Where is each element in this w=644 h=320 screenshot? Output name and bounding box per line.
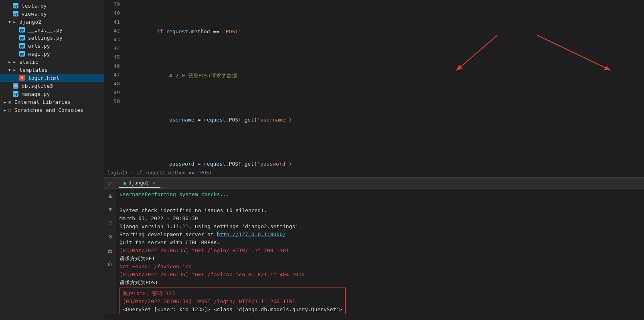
chevron-right-icon: ▸ [6, 59, 13, 65]
folder-icon: ▸ [13, 59, 16, 65]
code-line-42: password = request.POST.get('password') [132, 160, 644, 168]
terminal-line-4: Django version 1.11.11, using settings '… [119, 223, 641, 231]
sidebar-item-icon: ⊞ [8, 99, 11, 105]
bottom-panel: in: ▣ django2 × ▲ ▼ ≡ ⚙ 🖨 🗑 [104, 177, 644, 314]
code-line-40: # 2.0 获取POST请求的数据 [132, 71, 644, 80]
sidebar-item-label: views.py [22, 11, 47, 17]
delete-icon[interactable]: 🗑 [105, 259, 115, 268]
sidebar-item-label: wsgi.py [28, 51, 50, 57]
scroll-down-icon[interactable]: ▼ [105, 204, 115, 214]
terminal-line-3: March 03, 2022 - 20:06:30 [119, 215, 641, 223]
sidebar-item-urls-py[interactable]: py urls.py [0, 42, 104, 50]
chevron-icon [6, 2, 13, 9]
terminal-line-10: [03/Mar/2022 20:06:36] "GET /favicon.ico… [119, 271, 641, 279]
chevron-right-icon: ▸ [2, 99, 8, 105]
server-link[interactable]: http://127.0.0.1:8000/ [217, 231, 286, 237]
sidebar-item-label: static [19, 59, 38, 65]
sidebar-item-label: manage.py [22, 91, 50, 97]
code-panel: 39 40 41 42 43 44 45 46 47 48 49 50 if r… [104, 0, 644, 168]
sidebar-item-manage-py[interactable]: py manage.py [0, 90, 104, 98]
terminal-output: usernamePerforming system checks... Syst… [116, 189, 644, 314]
py-file-icon: py [19, 35, 25, 41]
db-file-icon: db [13, 83, 18, 89]
chevron-icon [6, 10, 13, 17]
sidebar-item-label: login.html [28, 75, 59, 81]
chevron-icon [13, 51, 19, 57]
folder-icon: ▸ [13, 67, 16, 73]
chevron-icon [6, 91, 13, 97]
line-numbers: 39 40 41 42 43 44 45 46 47 48 49 50 [104, 0, 125, 168]
sidebar-item-views-py[interactable]: py views.py [0, 10, 104, 18]
run-label: in: [107, 180, 115, 186]
code-line-39: if request.method == 'POST': [132, 27, 644, 36]
settings-icon[interactable]: ⚙ [105, 231, 115, 241]
sidebar-item-label: db.sqlite3 [22, 83, 53, 89]
terminal-line-8: 请求方式为GET [119, 255, 641, 263]
terminal-line-7: [03/Mar/2022 20:06:35] "GET /login/ HTTP… [119, 247, 641, 255]
sidebar-item-label: templates [19, 67, 47, 73]
code-line-41: username = request.POST.get('username') [132, 115, 644, 124]
terminal-line-5: Starting development server at http://12… [119, 231, 641, 239]
terminal-line-11: 请求方式为POST [119, 279, 641, 287]
terminal-line-2: System check identified no issues (0 sil… [119, 207, 641, 215]
terminal-line-9: Not Found: /favicon.ico [119, 263, 641, 271]
tab-close-button[interactable]: × [153, 180, 156, 186]
py-file-icon: py [19, 27, 25, 32]
chevron-icon [13, 75, 19, 81]
django-icon: ▣ [124, 180, 126, 186]
breadcrumb: login() › if request.method == 'POST' [104, 168, 644, 177]
bottom-tabs-bar: in: ▣ django2 × [104, 178, 644, 189]
terminal-line-6: Quit the server with CTRL-BREAK. [119, 239, 641, 247]
sidebar-item-tests-py[interactable]: py tests.py [0, 2, 104, 10]
chevron-right-icon: ▸ [2, 107, 8, 113]
sidebar-item-label: tests.py [22, 3, 47, 9]
file-explorer: py tests.py py views.py ▾ ▸ django2 py _… [0, 0, 104, 320]
scroll-up-icon[interactable]: ▲ [105, 190, 115, 200]
terminal-highlight-box: 账户:kid, 密码:123 [03/Mar/2022 20:06:39] "P… [119, 288, 346, 314]
tab-label: django2 [129, 180, 149, 186]
py-file-icon: py [19, 43, 25, 49]
terminal-boxed-line-2: [03/Mar/2022 20:06:39] "POST /login/ HTT… [123, 298, 342, 306]
terminal-line-blank1 [119, 198, 641, 207]
terminal-boxed-line-3: <QuerySet [<User: kid 123>]> <class 'dja… [123, 306, 342, 314]
py-file-icon: py [19, 51, 25, 57]
sidebar-item-label: External Libraries [14, 99, 71, 105]
chevron-icon [13, 43, 19, 49]
chevron-down-icon: ▾ [6, 67, 13, 73]
chevron-icon [6, 83, 13, 89]
terminal-boxed-line-1: 账户:kid, 密码:123 [123, 290, 342, 298]
chevron-icon [13, 34, 19, 41]
sidebar-item-settings-py[interactable]: py settings.py [0, 34, 104, 42]
sidebar-item-login-html[interactable]: H login.html [0, 74, 104, 82]
sidebar-item-label: urls.py [28, 43, 50, 49]
sidebar-item-wsgi-py[interactable]: py wsgi.py [0, 50, 104, 58]
py-file-icon: py [13, 3, 18, 8]
html-file-icon: H [19, 75, 25, 81]
sidebar-item-init-py[interactable]: py __init__.py [0, 26, 104, 34]
wrap-icon[interactable]: ≡ [105, 218, 115, 227]
sidebar-item-db-sqlite3[interactable]: db db.sqlite3 [0, 82, 104, 90]
print-icon[interactable]: 🖨 [105, 245, 115, 255]
sidebar-item-static-folder[interactable]: ▸ ▸ static [0, 58, 104, 66]
sidebar-item-templates-folder[interactable]: ▾ ▸ templates [0, 66, 104, 74]
py-file-icon: py [13, 11, 18, 16]
sidebar-item-django2-folder[interactable]: ▾ ▸ django2 [0, 18, 104, 26]
sidebar-item-external-libraries[interactable]: ▸ ⊞ External Libraries [0, 98, 104, 106]
editor-area: 39 40 41 42 43 44 45 46 47 48 49 50 if r… [104, 0, 644, 320]
chevron-icon [13, 26, 19, 33]
terminal-gutter: ▲ ▼ ≡ ⚙ 🖨 🗑 [104, 189, 116, 314]
sidebar-item-label: django2 [19, 19, 41, 25]
breadcrumb-text: login() › if request.method == 'POST' [107, 170, 215, 176]
sidebar-item-label: settings.py [28, 35, 63, 41]
folder-icon: ▸ [13, 18, 16, 25]
code-content: if request.method == 'POST': # 2.0 获取POS… [125, 0, 644, 168]
chevron-down-icon: ▾ [6, 18, 13, 25]
terminal-line-1: usernamePerforming system checks... [119, 190, 641, 198]
terminal-tab-django2[interactable]: ▣ django2 × [119, 178, 160, 188]
sidebar-item-label: Scratches and Consoles [14, 107, 83, 113]
sidebar-item-scratches[interactable]: ▸ ◎ Scratches and Consoles [0, 106, 104, 114]
sidebar-item-label: __init__.py [28, 27, 63, 33]
sidebar-item-icon: ◎ [8, 107, 11, 113]
py-file-icon: py [13, 91, 18, 97]
